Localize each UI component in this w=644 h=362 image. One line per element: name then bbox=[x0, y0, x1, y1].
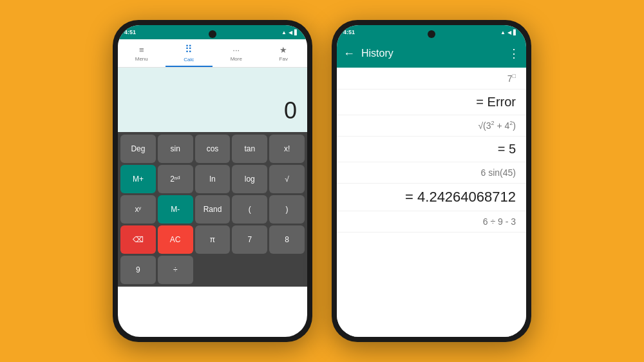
tab-menu[interactable]: ≡ Menu bbox=[118, 39, 166, 67]
history-item-5: = 4.24264068712 bbox=[337, 184, 526, 211]
phones-container: 4:51 ▲ ◀ ▋ ≡ Menu ⠿ Calc ··· bbox=[113, 20, 531, 342]
calc-display: 0 bbox=[118, 68, 307, 132]
btn-rparen[interactable]: ) bbox=[269, 195, 305, 224]
history-item-4: 6 sin(45) bbox=[337, 162, 526, 184]
status-bar-2: 4:51 ▲ ◀ ▋ bbox=[337, 25, 526, 39]
btn-rand[interactable]: Rand bbox=[195, 195, 231, 224]
history-item-0: 7□ bbox=[337, 68, 526, 90]
history-result-1: = Error bbox=[476, 95, 516, 109]
history-phone: 4:51 ▲ ◀ ▋ ← History ⋮ 7□ = Error bbox=[332, 20, 531, 342]
btn-factorial[interactable]: x! bbox=[269, 135, 305, 163]
battery-icon-2: ▋ bbox=[513, 30, 517, 35]
history-result-5: = 4.24264068712 bbox=[405, 189, 516, 205]
fav-icon: ★ bbox=[279, 45, 287, 55]
history-title: History bbox=[361, 48, 502, 59]
history-result-3: = 5 bbox=[498, 142, 516, 156]
more-button[interactable]: ⋮ bbox=[508, 46, 520, 61]
calc-buttons: Deg sin cos tan x! M+ 2ⁿᵈ ln log √ xʸ M-… bbox=[118, 132, 307, 287]
history-item-1: = Error bbox=[337, 90, 526, 115]
btn-7[interactable]: 7 bbox=[232, 225, 267, 254]
btn-ln[interactable]: ln bbox=[195, 165, 231, 193]
btn-sin[interactable]: sin bbox=[158, 135, 193, 163]
btn-sqrt[interactable]: √ bbox=[269, 165, 305, 193]
back-button[interactable]: ← bbox=[343, 47, 355, 61]
battery-icon: ▋ bbox=[294, 30, 298, 35]
tab-calc[interactable]: ⠿ Calc bbox=[166, 39, 213, 67]
calc-label: Calc bbox=[184, 57, 194, 62]
time-2: 4:51 bbox=[343, 29, 355, 35]
history-header: ← History ⋮ bbox=[337, 39, 526, 68]
btn-backspace[interactable]: ⌫ bbox=[120, 225, 156, 254]
btn-tan[interactable]: tan bbox=[232, 135, 267, 163]
more-icon: ··· bbox=[232, 45, 240, 55]
tab-fav[interactable]: ★ Fav bbox=[260, 39, 308, 67]
tab-more[interactable]: ··· More bbox=[213, 39, 260, 67]
btn-log[interactable]: log bbox=[232, 165, 267, 193]
calc-icon: ⠿ bbox=[185, 43, 193, 55]
time-1: 4:51 bbox=[124, 29, 136, 35]
calc-result: 0 bbox=[284, 97, 297, 124]
history-item-3: = 5 bbox=[337, 137, 526, 162]
btn-9[interactable]: 9 bbox=[120, 256, 156, 284]
history-item-6: 6 ÷ 9 - 3 bbox=[337, 211, 526, 233]
btn-divide[interactable]: ÷ bbox=[158, 256, 193, 284]
menu-icon: ≡ bbox=[139, 45, 144, 55]
signal-icon: ▲ bbox=[281, 30, 287, 35]
btn-2nd[interactable]: 2ⁿᵈ bbox=[158, 165, 193, 193]
wifi-icon-2: ◀ bbox=[507, 30, 511, 35]
signal-icon-2: ▲ bbox=[500, 30, 506, 35]
btn-ac[interactable]: AC bbox=[158, 225, 193, 254]
history-expr-4: 6 sin(45) bbox=[481, 167, 516, 178]
history-list: 7□ = Error √(32 + 42) = 5 6 sin(45) = 4.… bbox=[337, 68, 526, 337]
status-bar-1: 4:51 ▲ ◀ ▋ bbox=[118, 25, 307, 39]
calculator-phone: 4:51 ▲ ◀ ▋ ≡ Menu ⠿ Calc ··· bbox=[113, 20, 312, 342]
btn-8[interactable]: 8 bbox=[269, 225, 305, 254]
btn-deg[interactable]: Deg bbox=[120, 135, 156, 163]
nav-tabs: ≡ Menu ⠿ Calc ··· More ★ Fav bbox=[118, 39, 307, 68]
history-expr-6: 6 ÷ 9 - 3 bbox=[483, 216, 516, 227]
more-label: More bbox=[231, 56, 242, 62]
status-icons-1: ▲ ◀ ▋ bbox=[281, 30, 298, 35]
status-icons-2: ▲ ◀ ▋ bbox=[500, 30, 517, 35]
history-expr-0: 7□ bbox=[507, 73, 516, 84]
btn-mplus[interactable]: M+ bbox=[120, 165, 156, 193]
btn-xy[interactable]: xʸ bbox=[120, 195, 156, 224]
btn-cos[interactable]: cos bbox=[195, 135, 231, 163]
history-item-2: √(32 + 42) bbox=[337, 115, 526, 137]
btn-mminus[interactable]: M- bbox=[158, 195, 193, 224]
history-expr-2: √(32 + 42) bbox=[478, 120, 516, 131]
btn-lparen[interactable]: ( bbox=[232, 195, 267, 224]
wifi-icon: ◀ bbox=[289, 30, 292, 35]
btn-pi[interactable]: π bbox=[195, 225, 231, 254]
menu-label: Menu bbox=[135, 56, 148, 62]
fav-label: Fav bbox=[279, 56, 288, 62]
